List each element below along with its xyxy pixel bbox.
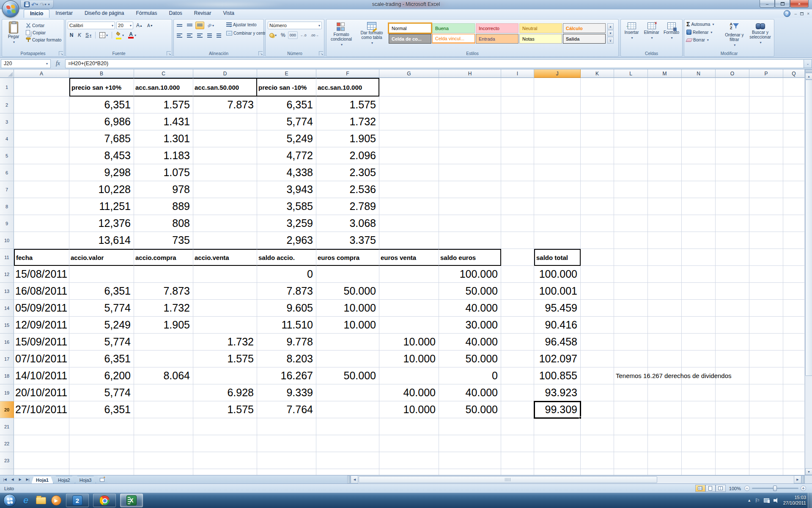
cell[interactable] (257, 435, 316, 452)
cell[interactable] (783, 317, 805, 334)
cell[interactable]: 15/09/2011 (14, 334, 69, 351)
format-as-table-button[interactable]: Dar formato como tabla (357, 21, 387, 47)
cell[interactable]: saldo total (534, 249, 581, 266)
row-header-3[interactable]: 3 (0, 113, 14, 130)
cell[interactable]: 102.097 (534, 351, 581, 367)
cell[interactable]: 10.000 (379, 401, 439, 418)
cell[interactable]: 20/10/2011 (14, 384, 69, 401)
cell[interactable] (193, 232, 257, 249)
vertical-scrollbar[interactable]: ▲ ▼ (805, 69, 812, 475)
cell[interactable] (749, 367, 783, 384)
row-header-21[interactable]: 21 (0, 418, 14, 435)
cell[interactable] (439, 113, 501, 130)
cell[interactable] (193, 300, 257, 317)
cell[interactable] (379, 113, 439, 130)
cell[interactable] (716, 113, 749, 130)
cell[interactable] (379, 300, 439, 317)
font-dialog-launcher[interactable]: ↘ (167, 51, 171, 55)
cell[interactable] (439, 181, 501, 198)
last-sheet-button[interactable]: ▶| (24, 476, 31, 483)
cut-button[interactable]: Cortar (25, 22, 62, 28)
cell[interactable] (501, 164, 534, 181)
cell[interactable] (439, 164, 501, 181)
cell[interactable] (534, 198, 581, 215)
cell[interactable]: 5,774 (69, 300, 134, 317)
cell[interactable] (716, 283, 749, 300)
cell[interactable] (749, 215, 783, 232)
cell[interactable] (749, 130, 783, 147)
row-header-23[interactable]: 23 (0, 452, 14, 469)
cell[interactable] (316, 351, 379, 367)
cell[interactable]: euros compra (316, 249, 379, 266)
cell[interactable] (193, 198, 257, 215)
column-header-Q[interactable]: Q (783, 69, 805, 78)
taskbar-media-player-button[interactable]: ▶ (51, 495, 62, 506)
cell[interactable]: saldo accio. (257, 249, 316, 266)
cell[interactable] (534, 97, 581, 113)
cell[interactable] (581, 78, 614, 97)
cell[interactable] (257, 418, 316, 435)
row-header-9[interactable]: 9 (0, 215, 14, 232)
cell[interactable] (501, 367, 534, 384)
cell[interactable] (534, 232, 581, 249)
column-header-P[interactable]: P (749, 69, 783, 78)
cell[interactable]: 5,774 (257, 113, 316, 130)
insert-function-button[interactable]: fx (51, 60, 65, 67)
cell[interactable] (749, 147, 783, 164)
row-header-24[interactable]: 24 (0, 469, 14, 475)
fill-button[interactable]: ↓ Rellenar (686, 29, 721, 35)
gallery-scroll-down-icon[interactable]: ▼ (607, 30, 614, 36)
cell[interactable] (501, 283, 534, 300)
shrink-font-button[interactable]: A▼ (145, 22, 155, 29)
cell[interactable]: 7,685 (69, 130, 134, 147)
cell-style-item[interactable]: Entrada (476, 34, 518, 44)
zoom-level[interactable]: 100% (729, 486, 741, 491)
row-header-5[interactable]: 5 (0, 147, 14, 164)
cell[interactable]: 6,351 (257, 97, 316, 113)
workbook-close-button[interactable]: × (807, 11, 809, 16)
cell[interactable] (648, 181, 682, 198)
cell[interactable] (682, 215, 716, 232)
cell[interactable]: Tenemos 16.267 derechos de dividendos (614, 367, 648, 384)
cell[interactable] (316, 469, 379, 475)
cell[interactable] (783, 130, 805, 147)
cell[interactable]: 13,614 (69, 232, 134, 249)
cell[interactable] (716, 249, 749, 266)
cell[interactable] (379, 469, 439, 475)
cell[interactable] (257, 469, 316, 475)
cell[interactable]: 6.928 (193, 384, 257, 401)
sheet-tab-hoja3[interactable]: Hoja3 (75, 476, 96, 483)
cell[interactable] (193, 147, 257, 164)
cell[interactable] (193, 130, 257, 147)
cell[interactable]: 11.510 (257, 317, 316, 334)
cell[interactable] (581, 401, 614, 418)
row-header-4[interactable]: 4 (0, 130, 14, 147)
font-color-button[interactable]: A (126, 31, 138, 39)
cell[interactable] (581, 97, 614, 113)
cell[interactable] (614, 300, 648, 317)
cell[interactable]: 8.064 (134, 367, 193, 384)
cell[interactable] (581, 147, 614, 164)
cell[interactable]: 2,963 (257, 232, 316, 249)
cell[interactable] (193, 113, 257, 130)
cell[interactable] (682, 469, 716, 475)
column-header-B[interactable]: B (69, 69, 134, 78)
cell[interactable] (501, 300, 534, 317)
cell[interactable] (534, 215, 581, 232)
cell[interactable] (534, 435, 581, 452)
cell[interactable]: 9.339 (257, 384, 316, 401)
cell[interactable] (716, 452, 749, 469)
close-button[interactable]: × (790, 0, 809, 8)
cell[interactable] (379, 181, 439, 198)
row-header-8[interactable]: 8 (0, 198, 14, 215)
thousands-button[interactable]: 000 (288, 31, 298, 39)
align-left-button[interactable] (175, 32, 184, 39)
clear-button[interactable]: Borrar (686, 37, 721, 43)
cell[interactable] (439, 232, 501, 249)
cell[interactable]: saldo euros (439, 249, 501, 266)
cell[interactable] (501, 232, 534, 249)
sheet-tab-hoja1[interactable]: Hoja1 (31, 476, 53, 483)
cell[interactable]: 6,200 (69, 367, 134, 384)
cell[interactable] (534, 469, 581, 475)
cell[interactable] (581, 283, 614, 300)
